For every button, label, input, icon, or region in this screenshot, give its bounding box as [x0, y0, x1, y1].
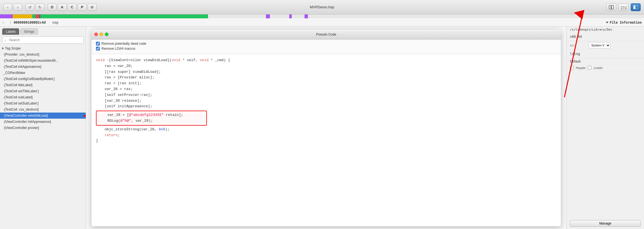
svg-rect-1: [612, 5, 613, 9]
color-seg-6: [40, 14, 208, 18]
tab-labels[interactable]: Labels: [2, 28, 19, 35]
right-panel: /s/lidongxi/Library/Dev x86_64 ion: Syst…: [566, 27, 644, 229]
center-area: Pseudo Code Remove potentially dead code…: [86, 27, 566, 229]
tag-scope-label: Tag Scope: [5, 46, 21, 50]
code-line-4: rax = [Provider alloc];: [96, 75, 556, 81]
disasm-icon-btn[interactable]: 1T(D) f/v1.: [618, 3, 628, 11]
list-item[interactable]: -[TestCell subLabel]: [0, 94, 86, 100]
filepath-text: /s/lidongxi/Library/Dev: [567, 27, 644, 33]
pseudo-options: Remove potentially dead code Remove LO/H…: [92, 39, 561, 54]
file-info-text: File Information: [610, 21, 642, 24]
list-item[interactable]: -[TestCell titleLabel]: [0, 82, 86, 88]
file-info-triangle-icon: [606, 22, 608, 23]
svg-rect-0: [609, 5, 611, 9]
list-item[interactable]: -[TestCell setSubLabel:]: [0, 100, 86, 106]
color-seg-5: [39, 14, 40, 18]
color-seg-13: [308, 14, 644, 18]
code-line-3: [[rax super] viewDidLoad];: [96, 69, 556, 75]
list-item[interactable]: -[TestCell configCellDateByModel:]: [0, 76, 86, 82]
color-seg-12: [305, 14, 308, 18]
option-row-1: Remove potentially dead code: [96, 42, 556, 46]
window-minimize-btn[interactable]: [100, 33, 103, 36]
btn-d[interactable]: D: [48, 4, 57, 11]
pseudo-code-title: Pseudo Code: [316, 33, 336, 36]
svg-rect-4: [633, 5, 635, 9]
list-item[interactable]: _CGRectMake: [0, 70, 86, 76]
svg-rect-5: [635, 5, 638, 9]
tab-strings[interactable]: Strings: [20, 28, 38, 35]
negate-checkbox[interactable]: [570, 66, 574, 69]
current-address: 0000000100002c4d: [14, 21, 46, 24]
color-seg-9: [270, 14, 289, 18]
leading-label: Leadin: [594, 66, 603, 69]
code-line-12: objc_storeStrong(var_28, 0x0);: [96, 127, 556, 133]
arch-section: x86_64: [567, 33, 644, 41]
layout-icon-btn[interactable]: [606, 3, 616, 11]
option-lohi-checkbox[interactable]: [96, 47, 100, 51]
svg-text:f/v1.: f/v1.: [621, 9, 627, 10]
file-info-label[interactable]: File Information: [606, 21, 642, 24]
option-dead-code-checkbox[interactable]: [96, 42, 100, 46]
btn-a[interactable]: A: [58, 4, 67, 11]
list-item[interactable]: -[TestCell setTitleLabel:]: [0, 88, 86, 94]
pseudo-titlebar: Pseudo Code: [92, 29, 561, 39]
list-item[interactable]: -[TestCell .cxx_destruct]: [0, 106, 86, 113]
btn-u[interactable]: U: [88, 4, 97, 11]
color-seg-7: [208, 14, 266, 18]
search-icon: ⌕: [4, 38, 6, 42]
code-line-1: void -[ViewController viewDidLoad](void …: [96, 58, 556, 63]
abi-label: ion:: [570, 44, 587, 47]
nav-forward-button[interactable]: ›: [13, 4, 22, 11]
negate-leading-row: Negate Leadin: [567, 65, 644, 71]
toolbar-right: 1T(D) f/v1.: [606, 3, 641, 11]
color-seg-4: [36, 14, 39, 18]
abi-select[interactable]: System V: [589, 42, 610, 48]
tag-scope-item[interactable]: Tag Scope: [0, 45, 86, 51]
color-seg-2: [13, 14, 32, 18]
highlight-block: var_28 = [@"abcdefg123456" retain]; NSLo…: [96, 111, 207, 126]
btn-p[interactable]: P: [78, 4, 87, 11]
abi-row: ion: System V: [567, 41, 644, 50]
refresh-forward-button[interactable]: ↻: [36, 4, 44, 11]
sidebar-icon: [633, 5, 638, 9]
main-layout: Labels Strings ⌕ Tag Scope -[Provider .c…: [0, 27, 644, 229]
list-item[interactable]: -[TestCell initAppreaence]: [0, 64, 86, 70]
letter-buttons: D A C P U: [48, 4, 97, 11]
default-label: Default: [570, 59, 580, 63]
list-item[interactable]: -[ViewController provier]: [0, 125, 86, 131]
nav-buttons: ‹ ›: [3, 4, 22, 11]
window-controls: [94, 33, 108, 36]
color-seg-3: [32, 14, 36, 18]
sidebar-toggle-btn[interactable]: [631, 3, 641, 11]
refresh-back-button[interactable]: ↺: [26, 4, 34, 11]
code-area[interactable]: void -[ViewController viewDidLoad](void …: [92, 54, 561, 226]
manage-button[interactable]: Manage: [570, 220, 641, 227]
symbol-list: -[Provider .cxx_destruct] -[TestCell ini…: [0, 51, 86, 229]
option-lohi-label: Remove LO/HI macros: [102, 47, 135, 51]
search-wrapper: ⌕: [2, 36, 83, 44]
negate-label: Negate: [576, 66, 585, 69]
search-input[interactable]: [2, 36, 83, 44]
list-item[interactable]: -[Provider .cxx_destruct]: [0, 51, 86, 58]
code-line-5: rax = [rax init];: [96, 81, 556, 86]
nav-back-button[interactable]: ‹: [3, 4, 12, 11]
code-line-6: var_38 = rax;: [96, 86, 556, 92]
color-seg-11: [292, 14, 305, 18]
current-instruction: nop: [52, 21, 59, 24]
code-line-9: [self initAppreaence];: [96, 104, 556, 109]
leading-checkbox[interactable]: [588, 66, 591, 69]
window-close-btn[interactable]: [94, 33, 98, 36]
color-seg-8: [266, 14, 270, 18]
list-item[interactable]: -[ViewController initAppreaence]: [0, 119, 86, 125]
window-maximize-btn[interactable]: [105, 33, 108, 36]
list-item-active[interactable]: -[ViewController viewDidLoad]: [0, 113, 86, 119]
btn-c[interactable]: C: [68, 4, 77, 11]
list-item[interactable]: -[TestCell initWithStyle:reuseIdentifi..…: [0, 58, 86, 64]
address-bar-separator: | |: [2, 21, 11, 24]
code-line-11: NSLog(@"%@", var_28);: [99, 118, 204, 124]
color-seg-10: [289, 14, 292, 18]
right-panel-spacer: [567, 71, 644, 218]
disasm-icon: 1T(D) f/v1.: [620, 5, 627, 10]
pseudo-code-window: Pseudo Code Remove potentially dead code…: [92, 29, 561, 226]
arch-value: x86_64: [570, 35, 641, 39]
